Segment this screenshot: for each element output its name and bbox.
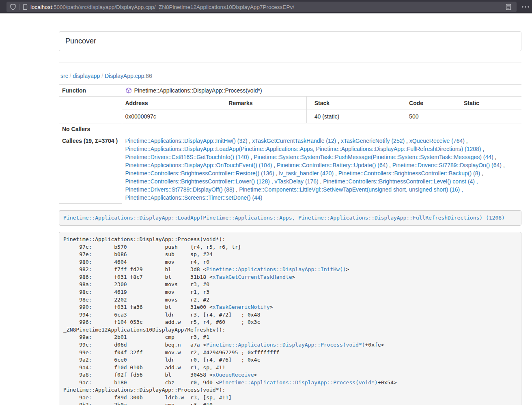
static-value [461, 110, 521, 123]
callees-row: Callees (19, Σ=3704 ) Pinetime::Applicat… [59, 135, 521, 204]
callees-label: Callees (19, Σ=3704 ) [59, 135, 122, 204]
asm-symbol-link[interactable]: xQueueReceive [213, 372, 254, 378]
address-value: 0x0000097c [122, 110, 226, 123]
callee-link[interactable]: Pinetime::Controllers::BrightnessControl… [125, 178, 270, 185]
url-text[interactable]: localhost:5000/path/src/displayapp/Displ… [30, 4, 505, 10]
metrics-row: Address Remarks Stack Code Static 0x0000… [59, 97, 521, 123]
callee-link[interactable]: Pinetime::Components::LittleVgl::SetNewT… [239, 186, 460, 193]
code-value: 500 [406, 110, 461, 123]
symbol-type-icon [125, 87, 132, 94]
asm-symbol-link[interactable]: Pinetime::Applications::DisplayApp::Proc… [206, 342, 365, 348]
callee-link[interactable]: Pinetime::Drivers::St7789::DisplayOn() (… [392, 162, 502, 168]
breadcrumb-separator: / [68, 73, 73, 79]
callee-link[interactable]: Pinetime::Applications::DisplayApp::Load… [125, 146, 481, 152]
callee-link[interactable]: xTaskGenericNotify (252) [341, 138, 405, 144]
callee-link[interactable]: Pinetime::Controllers::Battery::Update()… [277, 162, 388, 168]
function-name: Pinetime::Applications::DisplayApp::Proc… [134, 87, 262, 94]
col-stack: Stack [306, 97, 406, 110]
url-host: localhost [30, 4, 52, 10]
callee-link[interactable]: Pinetime::Applications::DisplayApp::OnTo… [125, 162, 272, 168]
callee-link[interactable]: xQueueReceive (764) [409, 138, 465, 144]
function-label: Function [59, 85, 122, 97]
header-panel: Puncover [59, 31, 521, 51]
page-content: Puncover src / displayapp / DisplayApp.c… [59, 13, 521, 405]
more-menu-icon[interactable] [521, 0, 530, 13]
breadcrumb: src / displayapp / DisplayApp.cpp:86 [59, 72, 521, 80]
callee-link[interactable]: Pinetime::Drivers::St7789::DisplayOff() … [125, 186, 235, 193]
divider [59, 62, 521, 63]
remarks-value [225, 110, 306, 123]
col-static: Static [461, 97, 521, 110]
symbol-link[interactable]: Pinetime::Applications::DisplayApp::Load… [63, 215, 505, 221]
page-icon [22, 4, 28, 10]
assembly-listing: Pinetime::Applications::DisplayApp::Proc… [59, 232, 521, 405]
breadcrumb-link[interactable]: DisplayApp.cpp [105, 73, 144, 79]
callee-link[interactable]: xTaskGetCurrentTaskHandle (12) [252, 138, 336, 144]
urlbar-divider [19, 4, 19, 10]
metrics-value-row: 0x0000097c 40 (static) 500 [122, 110, 522, 123]
breadcrumb-line-number: :86 [144, 73, 152, 79]
no-callers-label: No Callers [59, 123, 122, 135]
col-remarks: Remarks [225, 97, 306, 110]
metrics-table: Address Remarks Stack Code Static 0x0000… [122, 97, 522, 123]
callee-link[interactable]: lv_task_handler (420) [279, 170, 334, 177]
callee-link[interactable]: Pinetime::Controllers::BrightnessControl… [323, 178, 474, 185]
url-bar[interactable]: localhost:5000/path/src/displayapp/Displ… [6, 2, 517, 12]
reader-mode-icon[interactable] [505, 4, 512, 11]
function-table: Function Pinetime::Applications::Display… [59, 84, 521, 204]
asm-symbol-link[interactable]: Pinetime::Applications::DisplayApp::Proc… [219, 379, 378, 386]
breadcrumb-link[interactable]: src [60, 73, 68, 79]
page-title: Puncover [65, 37, 96, 45]
breadcrumb-separator: / [100, 73, 105, 79]
asm-symbol-link[interactable]: xTaskGenericNotify [213, 304, 270, 310]
callee-link[interactable]: Pinetime::Applications::DisplayApp::Init… [125, 138, 248, 144]
url-path: :5000/path/src/displayapp/DisplayApp.cpp… [52, 4, 294, 10]
col-address: Address [122, 97, 226, 110]
asm-symbol-link[interactable]: xTaskGetCurrentTaskHandle [213, 274, 292, 280]
callee-link[interactable]: Pinetime::Controllers::BrightnessControl… [338, 170, 480, 177]
symbol-panel: Pinetime::Applications::DisplayApp::Load… [59, 210, 521, 226]
asm-symbol-link[interactable]: Pinetime::Applications::DisplayApp::Init… [206, 266, 346, 272]
callee-link[interactable]: Pinetime::System::SystemTask::PushMessag… [254, 154, 493, 160]
callee-link[interactable]: Pinetime::Controllers::BrightnessControl… [125, 170, 274, 177]
callees-list: Pinetime::Applications::DisplayApp::Init… [122, 135, 521, 204]
shield-icon[interactable] [10, 4, 16, 10]
callee-link[interactable]: Pinetime::Applications::Screens::Timer::… [125, 194, 263, 201]
no-callers-row: No Callers [59, 123, 521, 135]
stack-value: 40 (static) [306, 110, 406, 123]
callee-link[interactable]: vTaskDelay (176) [275, 178, 319, 185]
col-code: Code [406, 97, 461, 110]
callee-link[interactable]: Pinetime::Drivers::Cst816S::GetTouchInfo… [125, 154, 249, 160]
breadcrumb-link[interactable]: displayapp [73, 73, 100, 79]
browser-chrome: localhost:5000/path/src/displayapp/Displ… [0, 0, 532, 13]
empty-label-cell [59, 97, 122, 123]
function-row: Function Pinetime::Applications::Display… [59, 85, 521, 97]
metrics-header-row: Address Remarks Stack Code Static [122, 97, 522, 110]
